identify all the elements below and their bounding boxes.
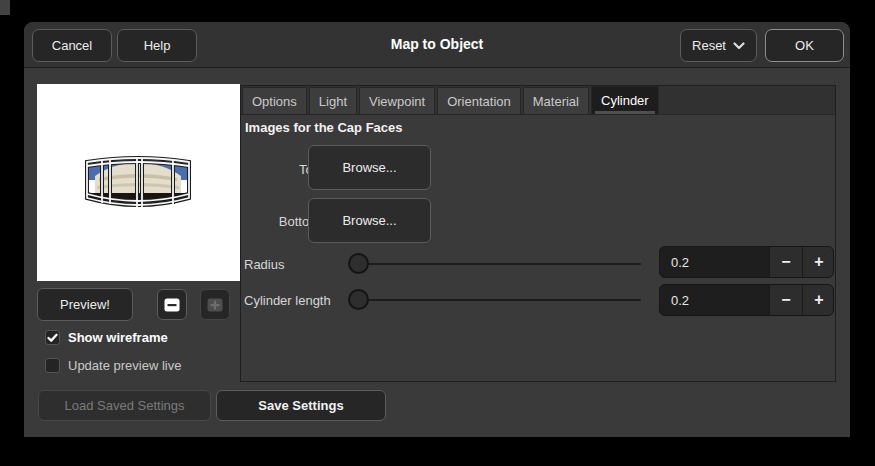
map-to-object-dialog: Cancel Help Map to Object Reset OK: [24, 22, 850, 437]
tab-viewpoint-label: Viewpoint: [369, 94, 425, 109]
tab-orientation-label: Orientation: [447, 94, 511, 109]
chevron-down-icon: [733, 42, 745, 50]
save-settings-label: Save Settings: [258, 398, 343, 413]
preview-button[interactable]: Preview!: [37, 288, 133, 321]
top-browse-button[interactable]: Browse...: [308, 145, 431, 190]
cylinder-length-label: Cylinder length: [244, 293, 331, 308]
radius-slider-track[interactable]: [356, 263, 641, 265]
tab-cylinder-label: Cylinder: [601, 93, 649, 108]
reset-button-label: Reset: [692, 38, 726, 53]
radius-increment-button[interactable]: +: [802, 247, 834, 277]
radius-decrement-button[interactable]: −: [769, 247, 802, 277]
radius-spinbox: − +: [659, 246, 834, 278]
cap-faces-section-title: Images for the Cap Faces: [245, 120, 403, 135]
zoom-in-button[interactable]: [200, 289, 230, 320]
tab-options-label: Options: [252, 94, 297, 109]
tab-material-label: Material: [533, 94, 579, 109]
zoom-out-button[interactable]: [157, 289, 187, 320]
ok-button-label: OK: [795, 38, 814, 53]
show-wireframe-label: Show wireframe: [68, 330, 168, 345]
zoom-in-icon: [207, 298, 223, 312]
tab-strip: Options Light Viewpoint Orientation Mate…: [241, 86, 835, 115]
titlebar: Cancel Help Map to Object Reset OK: [24, 22, 850, 68]
tab-options[interactable]: Options: [242, 87, 307, 114]
radius-value-input[interactable]: [660, 247, 769, 277]
settings-notebook: Options Light Viewpoint Orientation Mate…: [240, 85, 836, 382]
preview-area: [37, 84, 240, 281]
show-wireframe-row: Show wireframe: [45, 330, 168, 345]
background-window-fragment: [0, 0, 10, 15]
load-saved-settings-label: Load Saved Settings: [65, 398, 185, 413]
update-preview-live-label: Update preview live: [68, 358, 181, 373]
cylinder-length-spinbox: − +: [659, 284, 834, 316]
cylinder-length-decrement-button[interactable]: −: [769, 285, 802, 315]
cylinder-length-slider-knob[interactable]: [348, 289, 369, 310]
tab-viewpoint[interactable]: Viewpoint: [359, 87, 435, 114]
radius-label: Radius: [244, 257, 284, 272]
cylinder-length-slider-track[interactable]: [356, 299, 641, 301]
show-wireframe-checkbox[interactable]: [45, 330, 60, 345]
zoom-out-icon: [164, 298, 180, 312]
bottom-browse-button[interactable]: Browse...: [308, 198, 431, 243]
tab-light[interactable]: Light: [309, 87, 357, 114]
save-settings-button[interactable]: Save Settings: [216, 390, 386, 421]
ok-button[interactable]: OK: [765, 29, 844, 62]
top-browse-button-label: Browse...: [342, 160, 396, 175]
checkmark-icon: [47, 333, 58, 343]
tab-cylinder[interactable]: Cylinder: [591, 86, 659, 114]
reset-button[interactable]: Reset: [680, 29, 757, 62]
update-preview-live-checkbox[interactable]: [45, 358, 60, 373]
bottom-browse-button-label: Browse...: [342, 213, 396, 228]
cylinder-length-value-input[interactable]: [660, 285, 769, 315]
preview-button-label: Preview!: [60, 297, 110, 312]
cylinder-length-increment-button[interactable]: +: [802, 285, 834, 315]
tab-light-label: Light: [319, 94, 347, 109]
load-saved-settings-button[interactable]: Load Saved Settings: [38, 390, 211, 421]
tab-orientation[interactable]: Orientation: [437, 87, 521, 114]
tab-material[interactable]: Material: [523, 87, 589, 114]
update-preview-live-row: Update preview live: [45, 358, 181, 373]
radius-slider-knob[interactable]: [348, 253, 369, 274]
cylinder-preview-image: [85, 150, 191, 215]
